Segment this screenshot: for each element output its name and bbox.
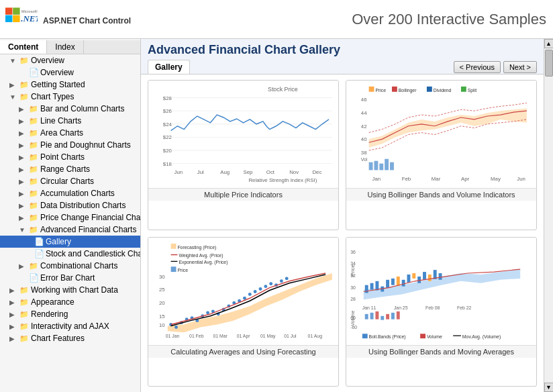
expand-icon: ▶: [19, 190, 28, 197]
sidebar-item-working-data[interactable]: ▶ 📁 Working with Chart Data: [0, 284, 140, 296]
svg-text:Stock Price: Stock Price: [268, 86, 298, 93]
svg-text:Dec: Dec: [312, 169, 321, 175]
svg-rect-117: [412, 273, 415, 279]
svg-text:30: 30: [350, 285, 356, 289]
sidebar-item-price-change[interactable]: ▶ 📁 Price Change Financial Charts: [0, 211, 140, 224]
expand-icon: ▶: [19, 130, 28, 137]
folder-icon: 📁: [28, 115, 39, 126]
folder-icon: 📁: [28, 188, 39, 199]
svg-point-87: [259, 287, 262, 291]
folder-icon: 📁: [28, 152, 39, 162]
folder-icon: 📁: [28, 176, 39, 187]
svg-rect-62: [171, 266, 177, 272]
asp-label: ASP.NET Chart Control: [43, 16, 131, 26]
sidebar-item-accumulation[interactable]: ▶ 📁 Accumulation Charts: [0, 187, 140, 199]
svg-point-89: [269, 282, 272, 285]
sidebar-item-error-bar[interactable]: 📄 Error Bar Chart: [0, 272, 140, 284]
sidebar: Content Index ▼ 📁 Overview 📄 Overview ▶ …: [0, 39, 141, 392]
folder-icon: 📁: [19, 79, 30, 90]
svg-text:42: 42: [361, 124, 367, 130]
sidebar-item-pie[interactable]: ▶ 📁 Pie and Doughnut Charts: [0, 139, 140, 151]
folder-icon: 📁: [19, 55, 30, 66]
svg-text:Forecasting (Price): Forecasting (Price): [177, 244, 216, 250]
folder-icon: 📁: [19, 297, 30, 307]
folder-icon: 📁: [28, 164, 39, 175]
svg-rect-122: [439, 273, 442, 280]
svg-text:Apr: Apr: [461, 176, 470, 182]
folder-icon: 📁: [28, 224, 39, 235]
sidebar-item-rendering[interactable]: ▶ 📁 Rendering: [0, 308, 140, 320]
sidebar-item-interactivity[interactable]: ▶ 📁 Interactivity and AJAX: [0, 320, 140, 332]
sidebar-item-label: Pie and Doughnut Charts: [40, 140, 131, 150]
sidebar-item-circular[interactable]: ▶ 📁 Circular Charts: [0, 175, 140, 187]
svg-text:01 May: 01 May: [260, 334, 276, 339]
scroll-up-button[interactable]: ▲: [544, 39, 554, 48]
svg-text:Mov.Avg. (Volume): Mov.Avg. (Volume): [462, 334, 501, 340]
sidebar-item-bar-column[interactable]: ▶ 📁 Bar and Column Charts: [0, 103, 140, 115]
sidebar-item-chart-types[interactable]: ▼ 📁 Chart Types: [0, 91, 140, 103]
svg-rect-116: [407, 274, 411, 282]
expand-icon: ▶: [19, 202, 28, 209]
svg-text:Feb 22: Feb 22: [457, 305, 472, 309]
expand-icon: ▶: [19, 166, 28, 173]
svg-text:Split: Split: [468, 88, 476, 93]
scroll-thumb[interactable]: [545, 50, 553, 77]
sidebar-item-appearance[interactable]: ▶ 📁 Appearance: [0, 296, 140, 308]
svg-text:28: 28: [350, 297, 356, 301]
prev-button[interactable]: < Previous: [454, 61, 501, 73]
svg-text:Jun: Jun: [517, 176, 525, 182]
scrollbar: ▲ ▼: [544, 39, 553, 392]
sidebar-item-label: Line Charts: [40, 116, 81, 126]
expand-icon: ▶: [19, 142, 28, 149]
folder-icon: 📁: [28, 140, 39, 150]
svg-rect-35: [461, 87, 466, 92]
tab-index[interactable]: Index: [47, 40, 83, 54]
svg-rect-139: [420, 334, 425, 338]
svg-rect-1: [13, 7, 19, 14]
content-header: Advanced Financial Chart Gallery Gallery…: [141, 39, 544, 75]
sidebar-item-data-dist[interactable]: ▶ 📁 Data Distribution Charts: [0, 199, 140, 211]
sidebar-item-overview-page[interactable]: 📄 Overview: [0, 66, 140, 79]
sidebar-item-label: Bar and Column Charts: [40, 104, 124, 113]
sidebar-item-advanced-financial[interactable]: ▼ 📁 Advanced Financial Charts: [0, 224, 140, 236]
sidebar-item-line[interactable]: ▶ 📁 Line Charts: [0, 115, 140, 127]
sidebar-item-area[interactable]: ▶ 📁 Area Charts: [0, 127, 140, 139]
page-icon: 📄: [28, 67, 39, 78]
tab-content[interactable]: Content: [0, 40, 47, 54]
folder-icon: 📁: [19, 285, 30, 295]
nav-buttons: < Previous Next >: [454, 61, 537, 73]
svg-text:Price: Price: [350, 264, 356, 277]
expand-icon: ▶: [19, 262, 28, 270]
sidebar-item-point[interactable]: ▶ 📁 Point Charts: [0, 151, 140, 163]
expand-icon: ▶: [9, 81, 19, 89]
svg-text:40: 40: [361, 136, 367, 142]
sidebar-item-gallery[interactable]: 📄 Gallery: [0, 236, 140, 248]
sidebar-item-stock-candlestick[interactable]: 📄 Stock and Candlestick Charts: [0, 248, 140, 260]
svg-text:01 Aug: 01 Aug: [308, 334, 323, 339]
folder-icon: 📁: [28, 260, 39, 271]
svg-rect-130: [365, 313, 368, 319]
gallery-tab[interactable]: Gallery: [148, 60, 190, 74]
chart-box-4: 36 34 32 30 28 Price: [346, 238, 536, 345]
svg-rect-137: [362, 334, 368, 338]
svg-rect-33: [427, 87, 432, 92]
sidebar-item-overview[interactable]: ▼ 📁 Overview: [0, 54, 140, 66]
sidebar-item-chart-features[interactable]: ▶ 📁 Chart Features: [0, 332, 140, 344]
svg-point-86: [254, 290, 257, 293]
folder-icon: 📁: [19, 91, 30, 102]
sidebar-item-label: Accumulation Charts: [40, 189, 115, 198]
sidebar-item-getting-started[interactable]: ▶ 📁 Getting Started: [0, 79, 140, 91]
next-button[interactable]: Next >: [503, 61, 537, 73]
chart-card-1: Stock Price $28 $26 $24 $22 $20 $18 Jun …: [148, 80, 339, 230]
ms-logo-icon: Microsoft® .NET: [5, 7, 38, 32]
svg-text:Nov: Nov: [289, 169, 299, 175]
svg-rect-114: [397, 276, 400, 285]
sidebar-item-combinational[interactable]: ▶ 📁 Combinational Charts: [0, 260, 140, 272]
sidebar-item-range[interactable]: ▶ 📁 Range Charts: [0, 163, 140, 175]
svg-text:10: 10: [159, 322, 165, 328]
folder-icon: 📁: [19, 321, 30, 332]
svg-text:Feb 08: Feb 08: [425, 305, 440, 309]
sidebar-item-label: Combinational Charts: [40, 261, 117, 271]
svg-rect-132: [375, 311, 379, 319]
scroll-down-button[interactable]: ▼: [544, 383, 554, 392]
